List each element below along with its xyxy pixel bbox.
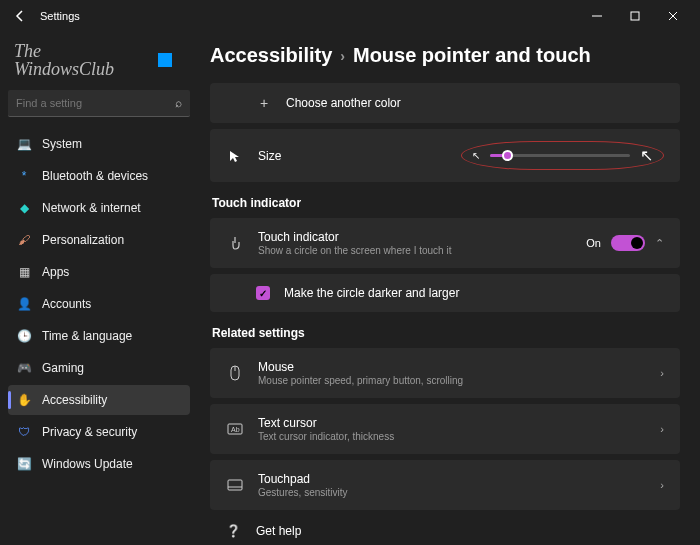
nav-label: Personalization [42, 233, 124, 247]
nav-icon: 🖌 [16, 232, 32, 248]
nav-label: System [42, 137, 82, 151]
logo: The WindowsClub [8, 36, 190, 84]
nav-label: Apps [42, 265, 69, 279]
search-icon: ⌕ [175, 96, 182, 110]
touch-indicator-row[interactable]: Touch indicator Show a circle on the scr… [210, 218, 680, 268]
maximize-button[interactable] [616, 2, 654, 30]
page-title: Mouse pointer and touch [353, 44, 591, 67]
breadcrumb: Accessibility › Mouse pointer and touch [210, 44, 680, 67]
titlebar: Settings [0, 0, 700, 32]
chevron-right-icon: › [660, 367, 664, 379]
svg-rect-6 [228, 480, 242, 490]
nav-label: Accounts [42, 297, 91, 311]
mouse-icon [226, 365, 244, 381]
chevron-right-icon: › [660, 423, 664, 435]
get-help-link[interactable]: ❔ Get help [210, 516, 680, 545]
touchpad-icon [226, 479, 244, 491]
nav-icon: 💻 [16, 136, 32, 152]
nav-icon: * [16, 168, 32, 184]
toggle-state-label: On [586, 237, 601, 249]
nav-label: Privacy & security [42, 425, 137, 439]
sidebar-item-windows-update[interactable]: 🔄Windows Update [8, 449, 190, 479]
nav-icon: 🔄 [16, 456, 32, 472]
cursor-large-icon: ↖ [640, 146, 653, 165]
touch-section-heading: Touch indicator [212, 196, 680, 210]
nav-icon: 👤 [16, 296, 32, 312]
cursor-small-icon: ↖ [472, 150, 480, 161]
chevron-right-icon: › [660, 479, 664, 491]
darker-checkbox[interactable]: ✓ [256, 286, 270, 300]
chevron-right-icon: › [340, 48, 345, 64]
sidebar-item-personalization[interactable]: 🖌Personalization [8, 225, 190, 255]
text-icon: Ab [226, 423, 244, 435]
plus-icon: + [256, 95, 272, 111]
touch-toggle[interactable] [611, 235, 645, 251]
sidebar: The WindowsClub ⌕ 💻System*Bluetooth & de… [0, 32, 198, 545]
size-row[interactable]: Size ↖ ↖ [210, 129, 680, 182]
nav-label: Bluetooth & devices [42, 169, 148, 183]
sidebar-item-network-internet[interactable]: ◆Network & internet [8, 193, 190, 223]
logo-icon [158, 53, 172, 67]
related-text-cursor[interactable]: AbText cursorText cursor indicator, thic… [210, 404, 680, 454]
sidebar-item-bluetooth-devices[interactable]: *Bluetooth & devices [8, 161, 190, 191]
nav-label: Time & language [42, 329, 132, 343]
search-input[interactable] [16, 97, 175, 109]
back-button[interactable] [8, 4, 32, 28]
related-mouse[interactable]: MouseMouse pointer speed, primary button… [210, 348, 680, 398]
related-section-heading: Related settings [212, 326, 680, 340]
touch-icon [226, 235, 244, 251]
nav-icon: 🎮 [16, 360, 32, 376]
sidebar-item-apps[interactable]: ▦Apps [8, 257, 190, 287]
slider-thumb[interactable] [502, 150, 513, 161]
nav-icon: ▦ [16, 264, 32, 280]
search-box[interactable]: ⌕ [8, 90, 190, 117]
sidebar-item-system[interactable]: 💻System [8, 129, 190, 159]
sidebar-item-gaming[interactable]: 🎮Gaming [8, 353, 190, 383]
app-title: Settings [40, 10, 80, 22]
help-icon: ❔ [226, 524, 244, 538]
nav-icon: ◆ [16, 200, 32, 216]
sidebar-item-accounts[interactable]: 👤Accounts [8, 289, 190, 319]
sidebar-item-time-language[interactable]: 🕒Time & language [8, 321, 190, 351]
nav-icon: ✋ [16, 392, 32, 408]
sidebar-item-privacy-security[interactable]: 🛡Privacy & security [8, 417, 190, 447]
close-button[interactable] [654, 2, 692, 30]
size-slider-highlight: ↖ ↖ [461, 141, 664, 170]
nav-label: Gaming [42, 361, 84, 375]
main-content: Accessibility › Mouse pointer and touch … [198, 32, 700, 545]
nav-label: Windows Update [42, 457, 133, 471]
cursor-icon [226, 149, 244, 163]
breadcrumb-parent[interactable]: Accessibility [210, 44, 332, 67]
nav-label: Network & internet [42, 201, 141, 215]
nav-label: Accessibility [42, 393, 107, 407]
sidebar-item-accessibility[interactable]: ✋Accessibility [8, 385, 190, 415]
choose-color-row[interactable]: + Choose another color [210, 83, 680, 123]
size-slider[interactable] [490, 154, 630, 157]
chevron-up-icon[interactable]: ⌃ [655, 237, 664, 250]
nav-icon: 🕒 [16, 328, 32, 344]
darker-larger-row[interactable]: ✓ Make the circle darker and larger [210, 274, 680, 312]
related-touchpad[interactable]: TouchpadGestures, sensitivity› [210, 460, 680, 510]
svg-rect-1 [631, 12, 639, 20]
nav-icon: 🛡 [16, 424, 32, 440]
minimize-button[interactable] [578, 2, 616, 30]
svg-text:Ab: Ab [231, 426, 240, 433]
